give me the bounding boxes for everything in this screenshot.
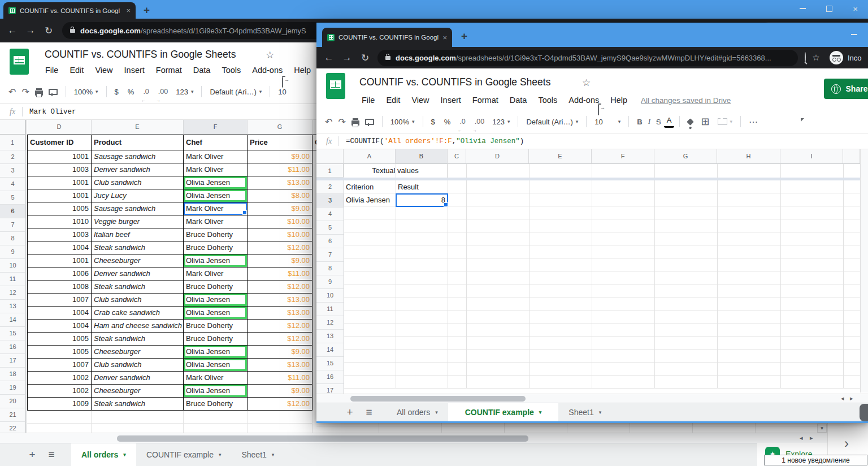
row-header[interactable]: 5 bbox=[316, 221, 344, 235]
empty-cell[interactable] bbox=[248, 411, 313, 424]
cell-chef[interactable]: Olivia Jensen bbox=[184, 385, 248, 398]
row-header[interactable]: 10 bbox=[0, 259, 26, 273]
cell-customer-id[interactable]: 1001 bbox=[27, 254, 92, 267]
cell-price[interactable]: $12.00 bbox=[248, 281, 313, 294]
cell-product[interactable]: Cheeseburger bbox=[92, 254, 184, 267]
cell-product[interactable]: Denver sandwich bbox=[92, 267, 184, 281]
sheet-tab-countif-example[interactable]: COUNTIF example▾ bbox=[448, 403, 559, 421]
column-header-g[interactable]: G bbox=[248, 120, 313, 135]
cell-chef[interactable]: Bruce Doherty bbox=[184, 333, 248, 346]
row-header[interactable]: 19 bbox=[0, 381, 26, 395]
cell-customer-id[interactable]: 1004 bbox=[27, 320, 92, 333]
new-tab-button[interactable]: + bbox=[461, 31, 467, 41]
menu-item[interactable]: Insert bbox=[435, 94, 467, 106]
row-header[interactable]: 14 bbox=[316, 343, 344, 357]
cell-customer-id[interactable]: 1001 bbox=[27, 189, 92, 202]
cell-customer-id[interactable]: 1003 bbox=[27, 163, 92, 176]
cell-price[interactable]: $12.00 bbox=[248, 320, 313, 333]
scroll-left-icon[interactable]: ◂ bbox=[800, 434, 803, 442]
paint-format-icon[interactable] bbox=[46, 84, 60, 99]
cell-product[interactable]: Jucy Lucy bbox=[92, 189, 184, 202]
cell-product[interactable]: Denver sandwich bbox=[92, 372, 184, 385]
cell-customer-id[interactable]: 1001 bbox=[27, 150, 92, 163]
column-header-g[interactable]: G bbox=[654, 149, 717, 164]
cell-customer-id[interactable]: 1005 bbox=[27, 202, 92, 215]
sheets-logo[interactable] bbox=[10, 49, 29, 75]
row-header[interactable]: 21 bbox=[0, 408, 26, 422]
row-header[interactable]: 7 bbox=[316, 248, 344, 262]
font-size-select[interactable]: 10 bbox=[275, 84, 289, 99]
select-all-corner[interactable] bbox=[316, 149, 344, 164]
row-header[interactable]: 3 bbox=[316, 194, 344, 208]
cell-product[interactable]: Ham and cheese sandwich bbox=[92, 320, 184, 333]
row-header-1[interactable]: 1 bbox=[316, 164, 344, 178]
cell-product[interactable]: Sausage sandwich bbox=[92, 202, 184, 215]
restore-icon[interactable] bbox=[826, 6, 832, 12]
all-sheets-button[interactable]: ≡ bbox=[42, 443, 61, 466]
cell-price[interactable]: $13.00 bbox=[248, 359, 313, 372]
cell-chef[interactable]: Olivia Jensen bbox=[184, 359, 248, 372]
scroll-left-icon[interactable]: ◂ bbox=[841, 395, 844, 402]
cell-a3[interactable]: Olivia Jensen bbox=[344, 193, 396, 206]
cell-b3-selected[interactable]: 8 bbox=[396, 193, 448, 207]
formula-bar[interactable]: fx Mark Oliver bbox=[0, 103, 316, 120]
merge-cells-icon[interactable]: ▾ bbox=[715, 114, 736, 129]
print-icon[interactable] bbox=[32, 84, 46, 99]
reload-icon[interactable]: ↻ bbox=[356, 52, 374, 64]
row-header[interactable]: 16 bbox=[316, 370, 344, 384]
row-header[interactable]: 9 bbox=[316, 275, 344, 289]
select-all-corner[interactable] bbox=[0, 120, 25, 135]
formula-bar[interactable]: fx =COUNTIF('All orders'!F:F,"Olivia Jen… bbox=[316, 133, 868, 149]
cell-customer-id[interactable]: 1002 bbox=[27, 385, 92, 398]
cell-product[interactable]: Steak sandwich bbox=[92, 333, 184, 346]
empty-cell[interactable] bbox=[27, 411, 92, 424]
increase-decimal-button[interactable]: .00→ bbox=[472, 114, 487, 129]
decrease-decimal-button[interactable]: .0← bbox=[457, 114, 468, 129]
cell-price[interactable]: $13.00 bbox=[248, 307, 313, 320]
menu-item[interactable]: File bbox=[40, 64, 64, 76]
cell-chef[interactable]: Bruce Doherty bbox=[184, 320, 248, 333]
column-header-next[interactable] bbox=[313, 120, 316, 135]
row-header[interactable]: 6 bbox=[316, 235, 344, 248]
empty-cell[interactable] bbox=[92, 411, 184, 424]
strikethrough-button[interactable]: S bbox=[653, 114, 664, 129]
column-header-f[interactable]: F bbox=[184, 120, 248, 135]
cell-chef[interactable]: Bruce Doherty bbox=[184, 281, 248, 294]
row-header[interactable]: 12 bbox=[0, 286, 26, 300]
cell-chef[interactable]: Olivia Jensen bbox=[184, 254, 248, 267]
horizontal-scrollbar[interactable]: ◂ ▸ bbox=[0, 433, 827, 443]
menu-item[interactable]: View bbox=[406, 94, 435, 106]
bookmark-star-icon[interactable]: ☆ bbox=[807, 53, 825, 63]
sheet-tab-sheet1[interactable]: Sheet1▾ bbox=[231, 443, 284, 466]
sheet-tab-all-orders[interactable]: All orders▾ bbox=[387, 403, 448, 421]
cell-chef[interactable]: Olivia Jensen bbox=[184, 346, 248, 359]
cell-product[interactable]: Cheeseburger bbox=[92, 346, 184, 359]
row-header[interactable]: 8 bbox=[0, 232, 26, 245]
cell-product[interactable]: Club sandwich bbox=[92, 359, 184, 372]
saved-status-link[interactable]: All changes saved in Drive bbox=[641, 96, 731, 105]
row-header[interactable]: 6 bbox=[0, 205, 26, 218]
cell-chef[interactable]: Olivia Jensen bbox=[184, 189, 248, 202]
close-icon[interactable]: × bbox=[853, 5, 858, 13]
column-header-i[interactable]: I bbox=[780, 149, 843, 164]
font-select[interactable]: Default (Ari…)▾ bbox=[207, 84, 264, 99]
format-currency-button[interactable]: $ bbox=[112, 84, 121, 99]
font-size-select[interactable]: 10▾ bbox=[592, 114, 623, 129]
cell-customer-id[interactable]: 1010 bbox=[27, 215, 92, 228]
cell-chef[interactable]: Mark Oliver bbox=[184, 215, 248, 228]
cell-price[interactable]: $12.00 bbox=[248, 398, 313, 411]
menu-item[interactable]: Format bbox=[150, 64, 188, 76]
star-document-icon[interactable]: ☆ bbox=[582, 77, 591, 89]
column-header-c[interactable]: C bbox=[448, 149, 466, 164]
undo-icon[interactable]: ↶ bbox=[6, 84, 19, 99]
expand-side-panel-icon[interactable]: › bbox=[844, 435, 849, 451]
row-header[interactable]: 13 bbox=[0, 300, 26, 313]
more-toolbar-icon[interactable]: ⋯ bbox=[746, 114, 761, 129]
cell-customer-id[interactable]: 1005 bbox=[27, 346, 92, 359]
horizontal-scrollbar[interactable]: ◂ ▸ bbox=[316, 394, 868, 403]
more-formats-button[interactable]: 123▾ bbox=[173, 84, 196, 99]
scroll-right-icon[interactable]: ▸ bbox=[850, 395, 853, 402]
row-header-1[interactable]: 1 bbox=[0, 135, 25, 150]
cell-price[interactable]: $11.00 bbox=[248, 372, 313, 385]
cell-customer-id[interactable]: 1006 bbox=[27, 267, 92, 281]
